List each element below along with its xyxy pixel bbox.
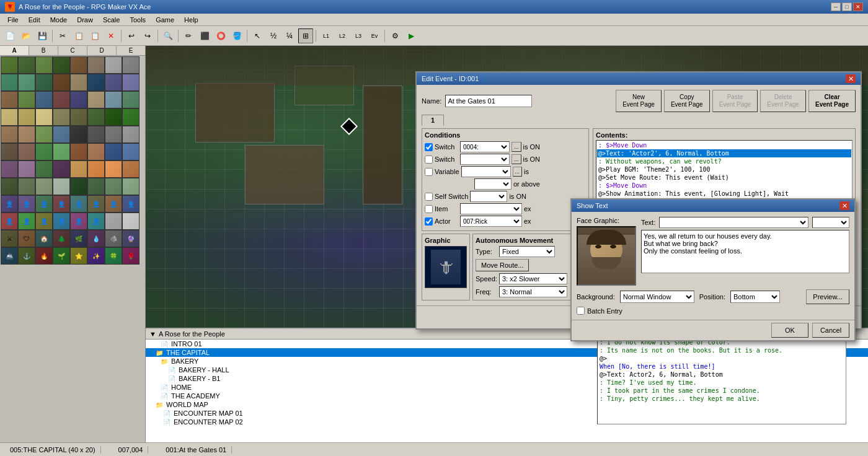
tile-cell[interactable] xyxy=(18,108,35,126)
cond-item-select[interactable] xyxy=(460,203,522,214)
tb-select[interactable]: ↖ xyxy=(250,28,265,43)
contents-item[interactable]: : $>Move Down xyxy=(597,141,851,149)
show-text-ok-button[interactable]: OK xyxy=(771,323,808,338)
tile-cell[interactable] xyxy=(87,160,105,178)
tb-half[interactable]: ½ xyxy=(266,28,281,43)
contents-item[interactable]: @>Play BGM: 'Theme2', 100, 100 xyxy=(597,165,851,173)
minimize-button[interactable]: ─ xyxy=(831,2,841,11)
tile-cell[interactable]: 🌿 xyxy=(70,230,87,247)
cond-actor-check[interactable] xyxy=(425,217,433,226)
tile-cell[interactable] xyxy=(18,74,35,91)
tile-cell[interactable]: 👤 xyxy=(70,195,87,213)
tile-cell[interactable]: 👤 xyxy=(35,195,53,213)
tile-cell[interactable] xyxy=(105,56,122,74)
maximize-button[interactable]: □ xyxy=(842,2,852,11)
tile-cell[interactable] xyxy=(35,143,53,160)
tile-cell[interactable]: 👤 xyxy=(105,195,122,213)
tile-cell[interactable] xyxy=(70,74,87,91)
tile-cell[interactable] xyxy=(1,143,18,160)
tile-cell[interactable] xyxy=(53,143,70,160)
contents-item[interactable]: : I took part in the same crimes I condo… xyxy=(598,387,845,395)
tb-fill[interactable]: 🪣 xyxy=(229,28,244,43)
tile-cell[interactable]: 🌲 xyxy=(53,230,70,247)
tile-cell[interactable]: ✨ xyxy=(87,247,105,265)
cond-variable-check[interactable] xyxy=(425,168,433,176)
tile-cell[interactable] xyxy=(53,56,70,74)
tile-cell[interactable] xyxy=(70,178,87,195)
page-tab-1[interactable]: 1 xyxy=(422,115,444,126)
tb-undo[interactable]: ↩ xyxy=(124,28,139,43)
tile-tab-b[interactable]: B xyxy=(29,46,58,55)
tb-copy[interactable]: 📋 xyxy=(71,28,86,43)
tile-cell[interactable] xyxy=(122,74,140,91)
tile-cell[interactable]: 👤 xyxy=(87,213,105,230)
tile-cell[interactable]: ⚔ xyxy=(1,230,18,247)
window-controls[interactable]: ─ □ ✕ xyxy=(831,2,863,11)
tile-cell[interactable]: 🏠 xyxy=(35,230,53,247)
tile-cell[interactable] xyxy=(18,178,35,195)
tb-redo[interactable]: ↪ xyxy=(140,28,155,43)
tb-delete[interactable]: ✕ xyxy=(104,28,118,43)
tile-cell[interactable]: ⚓ xyxy=(18,247,35,265)
tree-expand-icon[interactable]: ▼ xyxy=(149,330,156,338)
tb-layer2[interactable]: L2 xyxy=(335,28,350,43)
tile-cell[interactable] xyxy=(1,126,18,143)
move-route-button[interactable]: Move Route... xyxy=(476,259,529,271)
tb-play[interactable]: ▶ xyxy=(404,28,418,43)
tile-cell[interactable] xyxy=(1,178,18,195)
tile-cell[interactable]: 🌹 xyxy=(122,247,140,265)
cond-switch1-select[interactable]: 0004: xyxy=(460,141,510,152)
show-text-close[interactable]: ✕ xyxy=(839,201,849,210)
tile-cell[interactable] xyxy=(87,143,105,160)
tile-cell[interactable] xyxy=(1,74,18,91)
menu-draw[interactable]: Draw xyxy=(72,15,98,25)
background-select[interactable]: Normal Window xyxy=(620,291,694,303)
tile-cell[interactable] xyxy=(122,178,140,195)
tile-cell[interactable] xyxy=(70,108,87,126)
tb-quarter[interactable]: ¼ xyxy=(282,28,297,43)
tile-cell[interactable]: 👤 xyxy=(53,195,70,213)
cond-switch1-check[interactable] xyxy=(425,143,433,151)
cond-switch2-btn[interactable]: ... xyxy=(512,154,521,164)
tile-tab-c[interactable]: C xyxy=(58,46,87,55)
movement-type-select[interactable]: Fixed xyxy=(499,246,555,257)
tile-cell[interactable]: 👤 xyxy=(1,195,18,213)
tb-layer1[interactable]: L1 xyxy=(319,28,334,43)
tile-cell[interactable] xyxy=(70,160,87,178)
tb-pencil[interactable]: ✏ xyxy=(181,28,196,43)
tb-new[interactable]: 📄 xyxy=(2,28,17,43)
tile-cell[interactable]: 👤 xyxy=(18,213,35,230)
tile-cell[interactable] xyxy=(87,178,105,195)
contents-item[interactable]: @>Set Move Route: This event (Wait) xyxy=(597,173,851,182)
tile-cell[interactable]: 👤 xyxy=(53,213,70,230)
tile-cell[interactable]: 👤 xyxy=(35,213,53,230)
tb-open[interactable]: 📂 xyxy=(19,28,33,43)
tile-cell[interactable] xyxy=(35,91,53,108)
tile-cell[interactable]: 👤 xyxy=(122,195,140,213)
tile-cell[interactable] xyxy=(87,74,105,91)
tb-settings[interactable]: ⚙ xyxy=(388,28,402,43)
tb-event[interactable]: Ev xyxy=(367,28,382,43)
tile-cell[interactable] xyxy=(122,143,140,160)
tile-cell[interactable] xyxy=(70,56,87,74)
tile-cell[interactable] xyxy=(1,56,18,74)
tile-cell[interactable] xyxy=(105,74,122,91)
tb-save[interactable]: 💾 xyxy=(35,28,50,43)
text-face-dropdown2[interactable] xyxy=(812,217,849,228)
show-text-cancel-button[interactable]: Cancel xyxy=(812,323,849,338)
tb-cut[interactable]: ✂ xyxy=(55,28,70,43)
cond-item-check[interactable] xyxy=(425,205,433,213)
tile-cell[interactable] xyxy=(105,108,122,126)
tile-cell[interactable] xyxy=(35,160,53,178)
tile-cell[interactable] xyxy=(70,126,87,143)
cond-variable-btn[interactable]: ... xyxy=(513,167,523,177)
tile-cell[interactable] xyxy=(122,160,140,178)
tb-zoom[interactable]: 🔍 xyxy=(161,28,175,43)
clear-event-page-button[interactable]: ClearEvent Page xyxy=(808,90,856,112)
tile-cell[interactable] xyxy=(35,74,53,91)
contents-item[interactable]: @>Text: Actor2, 6, Normal, Bottom xyxy=(598,370,845,379)
tile-cell[interactable]: 👤 xyxy=(18,195,35,213)
contents-item[interactable]: : Without weapons, can we revolt? xyxy=(597,157,851,165)
tile-cell[interactable] xyxy=(1,160,18,178)
contents-item[interactable]: @> xyxy=(598,354,845,362)
